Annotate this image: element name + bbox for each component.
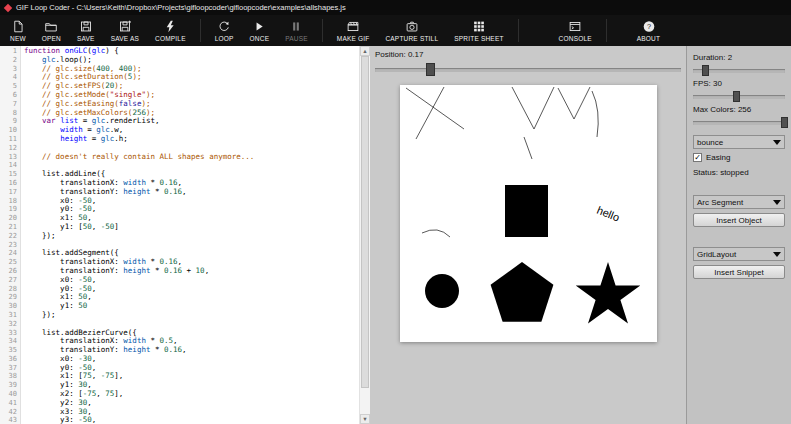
- code-line[interactable]: });: [24, 311, 359, 320]
- once-button[interactable]: ONCE: [242, 15, 278, 46]
- mode-select[interactable]: bounce: [693, 135, 785, 149]
- line-number: 11: [0, 135, 17, 144]
- line-number: 15: [0, 170, 17, 179]
- toolbar-separator: [322, 19, 323, 42]
- line-number: 41: [0, 399, 17, 408]
- toolbar-label: ONCE: [250, 35, 270, 42]
- object-type-value: Arc Segment: [697, 198, 743, 207]
- slider-thumb[interactable]: [781, 117, 788, 128]
- line-number: 9: [0, 117, 17, 126]
- line-number: 36: [0, 355, 17, 364]
- pause-button[interactable]: PAUSE: [277, 15, 316, 46]
- new-button[interactable]: NEW: [2, 15, 34, 46]
- app-logo-icon: [4, 3, 12, 11]
- capture-still-button[interactable]: CAPTURE STILL: [377, 15, 446, 46]
- about-button[interactable]: ? ABOUT: [629, 15, 668, 46]
- scrollbar-thumb[interactable]: [361, 56, 369, 388]
- position-slider[interactable]: [375, 62, 681, 77]
- console-icon: [568, 20, 582, 33]
- line-number: 4: [0, 73, 17, 82]
- toolbar-label: MAKE GIF: [337, 35, 370, 42]
- window-title: GIF Loop Coder - C:\Users\Keith\Dropbox\…: [16, 3, 346, 12]
- scroll-up-arrow-icon[interactable]: ▲: [360, 46, 370, 56]
- slider-thumb[interactable]: [733, 91, 740, 102]
- line-number: 34: [0, 337, 17, 346]
- position-bar: Position: 0.17: [370, 46, 686, 77]
- make-gif-button[interactable]: MAKE GIF: [329, 15, 378, 46]
- save-as-button[interactable]: SAVE AS: [103, 15, 147, 46]
- compile-button[interactable]: COMPILE: [147, 15, 194, 46]
- open-button[interactable]: OPEN: [34, 15, 69, 46]
- line-number: 24: [0, 249, 17, 258]
- fps-slider[interactable]: [693, 90, 785, 103]
- preview-stage: Position: 0.17: [370, 46, 686, 424]
- code-line[interactable]: // doesn't really contain ALL shapes any…: [24, 153, 359, 162]
- code-line[interactable]: });: [24, 232, 359, 241]
- line-number: 25: [0, 258, 17, 267]
- loop-icon: [217, 20, 231, 33]
- make-gif-icon: [346, 20, 360, 33]
- canvas-line: [406, 88, 464, 129]
- line-number: 35: [0, 346, 17, 355]
- duration-slider[interactable]: [693, 64, 785, 77]
- easing-checkbox-row[interactable]: ✓ Easing: [693, 153, 785, 162]
- save-button[interactable]: SAVE: [69, 15, 103, 46]
- canvas-line: [512, 87, 534, 129]
- slider-track[interactable]: [693, 121, 785, 125]
- code-line[interactable]: y1: 50: [24, 302, 359, 311]
- canvas-line: [574, 87, 590, 119]
- line-number: 7: [0, 100, 17, 109]
- line-number: 37: [0, 364, 17, 373]
- easing-checkbox[interactable]: ✓: [693, 153, 702, 162]
- toolbar-label: LOOP: [215, 35, 234, 42]
- max-colors-slider[interactable]: [693, 116, 785, 129]
- canvas-line: [416, 87, 444, 139]
- object-type-select[interactable]: Arc Segment: [693, 195, 785, 209]
- slider-thumb[interactable]: [702, 65, 709, 76]
- code-line[interactable]: y3: -50,: [24, 416, 359, 424]
- mode-select-value: bounce: [697, 138, 723, 147]
- line-number: 38: [0, 372, 17, 381]
- code-line[interactable]: y1: [50, -50]: [24, 223, 359, 232]
- toolbar-separator: [606, 19, 607, 42]
- insert-snippet-button[interactable]: Insert Snippet: [693, 265, 785, 279]
- about-icon: ?: [642, 20, 656, 33]
- line-number: 18: [0, 197, 17, 206]
- max-colors-label: Max Colors: 256: [693, 105, 785, 114]
- chevron-down-icon: [773, 252, 781, 257]
- line-number: 10: [0, 126, 17, 135]
- loop-button[interactable]: LOOP: [207, 15, 242, 46]
- line-number: 3: [0, 65, 17, 74]
- toolbar-label: ABOUT: [637, 35, 660, 42]
- canvas-rect: [505, 185, 548, 237]
- sprite-sheet-button[interactable]: SPRITE SHEET: [446, 15, 511, 46]
- line-number: 19: [0, 205, 17, 214]
- easing-label: Easing: [706, 153, 730, 162]
- duration-label: Duration: 2: [693, 53, 785, 62]
- line-number: 6: [0, 91, 17, 100]
- canvas-pentagon: [490, 262, 553, 322]
- toolbar-label: SAVE AS: [111, 35, 139, 42]
- line-number: 8: [0, 109, 17, 118]
- title-bar: GIF Loop Coder - C:\Users\Keith\Dropbox\…: [0, 0, 791, 15]
- editor-scrollbar[interactable]: ▲ ▼: [359, 46, 370, 424]
- play-once-icon: [252, 20, 266, 33]
- line-number: 21: [0, 223, 17, 232]
- slider-thumb[interactable]: [426, 63, 435, 76]
- main-area: 1234567891011121314151617181920212223242…: [0, 46, 791, 424]
- console-button[interactable]: CONSOLE: [551, 15, 600, 46]
- capture-still-icon: [405, 20, 419, 33]
- insert-object-button[interactable]: Insert Object: [693, 213, 785, 227]
- scroll-down-arrow-icon[interactable]: ▼: [360, 414, 370, 424]
- line-number: 31: [0, 311, 17, 320]
- canvas-circle: [425, 274, 459, 308]
- code-line[interactable]: height = glc.h;: [24, 135, 359, 144]
- save-icon: [79, 20, 93, 33]
- snippet-select[interactable]: GridLayout: [693, 247, 785, 261]
- code-editor[interactable]: function onGLC(glc) { glc.loop(); // glc…: [21, 46, 359, 424]
- position-label: Position: 0.17: [375, 50, 681, 59]
- toolbar-label: SAVE: [77, 35, 95, 42]
- slider-track[interactable]: [375, 68, 681, 72]
- toolbar: NEW OPEN SAVE SAVE AS COMPILE LOOP ONCE: [0, 15, 791, 46]
- toolbar-label: OPEN: [42, 35, 61, 42]
